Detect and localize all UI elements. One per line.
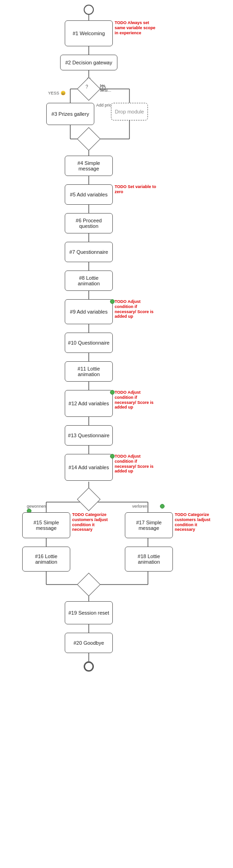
node-9[interactable]: #9 Add variables: [65, 299, 113, 324]
branch-no-container: + No, strai...: [100, 85, 105, 91]
diamond-4: [77, 573, 101, 597]
diamond-2: [77, 127, 101, 151]
node-20[interactable]: #20 Goodbye: [65, 633, 113, 653]
node-13[interactable]: #13 Questionnaire: [65, 425, 113, 446]
diamond-1: [77, 77, 101, 101]
node-12-green-dot: [110, 390, 115, 395]
node-7[interactable]: #7 Questionnaire: [65, 242, 113, 262]
node-18[interactable]: #18 Lottie animation: [125, 547, 173, 572]
todo-12: TODO Adjust condition if necessary/ Scor…: [115, 390, 156, 410]
node-10[interactable]: #10 Questionnaire: [65, 333, 113, 353]
flow-arrows: [0, 0, 233, 868]
todo-1: TODO Always set same variable scope in e…: [115, 20, 156, 35]
node-15[interactable]: #15 Simple message: [22, 512, 70, 538]
node-14[interactable]: #14 Add variables: [65, 454, 113, 481]
node-8[interactable]: #8 Lottie animation: [65, 270, 113, 291]
branch-no: No, strai...: [100, 83, 111, 93]
node-5[interactable]: #5 Add variables: [65, 184, 113, 205]
node-17[interactable]: #17 Simple message: [125, 512, 173, 538]
todo-14: TODO Adjust condition if necessary/ Scor…: [115, 454, 156, 474]
node-16[interactable]: #16 Lottie animation: [22, 547, 70, 572]
todo-17: TODO Categorize customers /adjust condit…: [175, 512, 216, 532]
node-11[interactable]: #11 Lottie animation: [65, 361, 113, 382]
branch-verloren: verloren: [132, 504, 147, 509]
diamond-1-label: ?: [86, 84, 88, 89]
node-9-green-dot: [110, 299, 115, 304]
diamond-3: [77, 488, 101, 511]
node-2[interactable]: #2 Decision gateway: [60, 55, 117, 70]
node-12[interactable]: #12 Add variables: [65, 390, 113, 417]
node-1[interactable]: #1 Welcoming: [65, 20, 113, 46]
end-circle: [84, 661, 94, 672]
flow-canvas: #1 Welcoming TODO Always set same variab…: [0, 0, 233, 868]
drop-module[interactable]: Drop module: [111, 103, 148, 120]
node-4[interactable]: #4 Simple message: [65, 156, 113, 176]
node-19[interactable]: #19 Session reset: [65, 601, 113, 624]
verloren-green-dot: [160, 504, 165, 509]
node-3[interactable]: #3 Prizes gallery: [46, 103, 94, 125]
node-14-green-dot: [110, 454, 115, 459]
branch-gewonnen: gewonnen: [27, 504, 46, 509]
todo-9: TODO Adjust condition if necessary/ Scor…: [115, 299, 156, 319]
branch-yess: YESS 😄: [48, 91, 66, 95]
start-circle: [84, 5, 94, 15]
node-6[interactable]: #6 Proceed question: [65, 213, 113, 233]
todo-5: TODO Set variable to zero: [115, 184, 156, 195]
todo-15: TODO Categorize customers /adjust condit…: [72, 512, 114, 532]
